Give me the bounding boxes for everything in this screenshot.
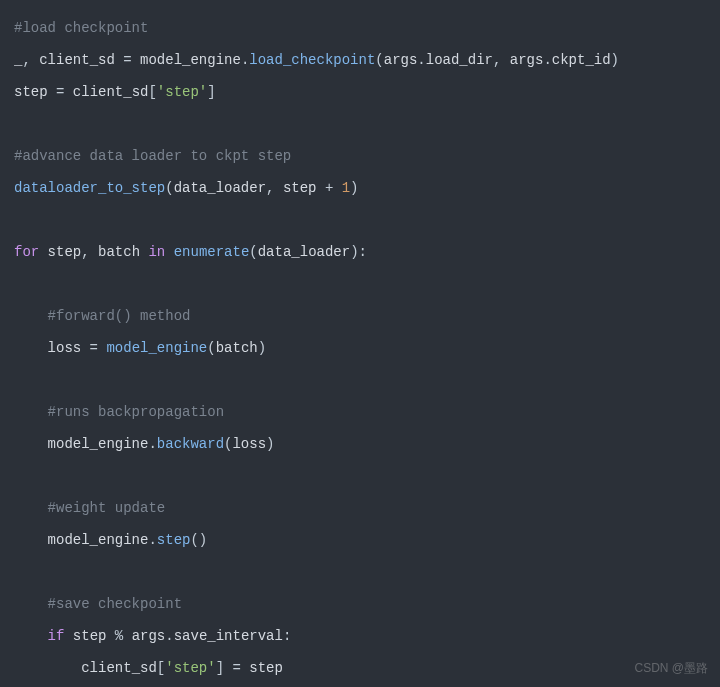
token-op: . <box>148 532 156 548</box>
code-line: loss = model_engine(batch) <box>14 332 706 364</box>
token-op: [ <box>148 84 156 100</box>
token-var: ckpt_id <box>552 52 611 68</box>
token-op: ] = <box>216 660 250 676</box>
token-var: step <box>283 180 317 196</box>
token-op: , <box>22 52 39 68</box>
token-op: ] <box>207 84 215 100</box>
code-line <box>14 364 706 396</box>
token-op: () <box>190 532 207 548</box>
token-op: . <box>165 628 173 644</box>
token-op: = <box>48 84 73 100</box>
token-op: , <box>266 180 283 196</box>
token-num: 1 <box>342 180 350 196</box>
token-var: model_engine <box>48 436 149 452</box>
token-op: ( <box>165 180 173 196</box>
token-op: . <box>543 52 551 68</box>
code-line: #runs backpropagation <box>14 396 706 428</box>
code-line <box>14 108 706 140</box>
token-var: client_sd <box>81 660 157 676</box>
token-fn: dataloader_to_step <box>14 180 165 196</box>
code-line: client_sd['step'] = step <box>14 652 706 684</box>
token-kw: for <box>14 244 39 260</box>
code-line: for step, batch in enumerate(data_loader… <box>14 236 706 268</box>
code-line <box>14 556 706 588</box>
token-var: model_engine <box>140 52 241 68</box>
token-fn: backward <box>157 436 224 452</box>
code-block: #load checkpoint_, client_sd = model_eng… <box>0 0 720 687</box>
code-line: #forward() method <box>14 300 706 332</box>
token-str: 'step' <box>165 660 215 676</box>
code-line: model_engine.backward(loss) <box>14 428 706 460</box>
token-op: ) <box>258 340 266 356</box>
token-op: , <box>493 52 510 68</box>
code-line: #save checkpoint <box>14 588 706 620</box>
code-line: if step % args.save_interval: <box>14 620 706 652</box>
token-var: args <box>132 628 166 644</box>
code-line: model_engine.step() <box>14 524 706 556</box>
token-fn: step <box>157 532 191 548</box>
token-var: loss <box>232 436 266 452</box>
token-var <box>165 244 173 260</box>
code-line <box>14 268 706 300</box>
token-var: step <box>64 628 114 644</box>
token-op: + <box>316 180 341 196</box>
token-var: data_loader <box>174 180 266 196</box>
code-line: _, client_sd = model_engine.load_checkpo… <box>14 44 706 76</box>
code-line: #weight update <box>14 492 706 524</box>
token-var: client_sd <box>73 84 149 100</box>
comment: #advance data loader to ckpt step <box>14 148 291 164</box>
token-fn: load_checkpoint <box>249 52 375 68</box>
token-op: ) <box>350 180 358 196</box>
code-line: #advance data loader to ckpt step <box>14 140 706 172</box>
token-op: ( <box>249 244 257 260</box>
token-var: loss <box>48 340 82 356</box>
token-op: ( <box>207 340 215 356</box>
token-op: [ <box>157 660 165 676</box>
token-op: % <box>115 628 132 644</box>
token-op: . <box>148 436 156 452</box>
comment: #forward() method <box>14 308 190 324</box>
token-op: ) <box>266 436 274 452</box>
token-var: args <box>384 52 418 68</box>
token-kw: if <box>48 628 65 644</box>
code-line: step = client_sd['step'] <box>14 76 706 108</box>
token-op: = <box>115 52 140 68</box>
token-var: client_sd <box>39 52 115 68</box>
token-op: . <box>417 52 425 68</box>
token-var: data_loader <box>258 244 350 260</box>
token-op: ): <box>350 244 367 260</box>
token-fn: model_engine <box>106 340 207 356</box>
comment: #load checkpoint <box>14 20 148 36</box>
token-var: step <box>249 660 283 676</box>
comment: #save checkpoint <box>14 596 182 612</box>
token-var: step <box>14 84 48 100</box>
token-var: batch <box>98 244 148 260</box>
token-var: batch <box>216 340 258 356</box>
token-op: = <box>81 340 106 356</box>
token-var: load_dir <box>426 52 493 68</box>
token-op: : <box>283 628 291 644</box>
token-fn: enumerate <box>174 244 250 260</box>
code-line <box>14 460 706 492</box>
token-var: save_interval <box>174 628 283 644</box>
comment: #runs backpropagation <box>14 404 224 420</box>
token-op: ( <box>375 52 383 68</box>
code-line: #load checkpoint <box>14 12 706 44</box>
token-op: , <box>81 244 98 260</box>
code-line: dataloader_to_step(data_loader, step + 1… <box>14 172 706 204</box>
comment: #weight update <box>14 500 165 516</box>
token-var: step <box>39 244 81 260</box>
token-var: args <box>510 52 544 68</box>
code-line <box>14 204 706 236</box>
token-var: model_engine <box>48 532 149 548</box>
token-op: ) <box>611 52 619 68</box>
token-str: 'step' <box>157 84 207 100</box>
token-kw: in <box>148 244 165 260</box>
